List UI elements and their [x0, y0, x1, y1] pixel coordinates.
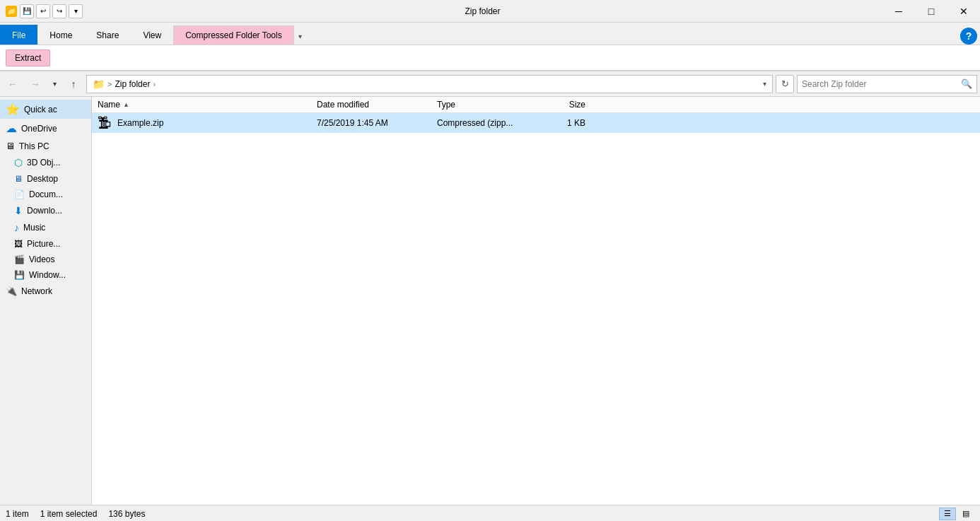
maximize-button[interactable]: □	[915, 0, 947, 23]
minimize-button[interactable]: ─	[882, 0, 915, 23]
sidebar-music-label: Music	[23, 223, 45, 233]
3d-objects-icon: ⬡	[14, 157, 23, 168]
sidebar: ⭐ Quick ac ☁ OneDrive 🖥 This PC ⬡ 3D Obj…	[0, 97, 92, 505]
file-size: 1 KB	[529, 118, 585, 128]
sidebar-item-3d-objects[interactable]: ⬡ 3D Obj...	[0, 154, 91, 171]
back-button[interactable]: ←	[3, 74, 23, 94]
qs-save-btn[interactable]: 💾	[20, 4, 34, 18]
item-count: 1 item	[6, 509, 29, 519]
file-date: 7/25/2019 1:45 AM	[317, 118, 437, 128]
downloads-icon: ⬇	[14, 205, 23, 216]
folder-icon: 📁	[6, 6, 17, 17]
file-name-cell: 🗜 Example.zip	[98, 115, 317, 131]
column-header-name[interactable]: Name ▲	[98, 100, 317, 110]
tab-file[interactable]: File	[0, 25, 37, 45]
network-icon: 🔌	[6, 286, 17, 296]
sidebar-item-documents[interactable]: 📄 Docum...	[0, 187, 91, 202]
sidebar-this-pc-label: This PC	[19, 141, 49, 151]
file-list-header: Name ▲ Date modified Type Size	[92, 97, 980, 113]
help-button[interactable]: ?	[960, 28, 977, 45]
list-view-button[interactable]: ▤	[957, 508, 974, 520]
address-separator: >	[107, 80, 112, 88]
sidebar-item-network[interactable]: 🔌 Network	[0, 283, 91, 299]
refresh-button[interactable]: ↻	[776, 75, 794, 93]
ribbon-extract-group: Extract	[6, 49, 50, 66]
sidebar-item-desktop[interactable]: 🖥 Desktop	[0, 171, 91, 187]
music-icon: ♪	[14, 222, 19, 233]
file-name: Example.zip	[117, 118, 163, 128]
sidebar-pictures-label: Picture...	[27, 239, 60, 249]
address-dropdown-icon[interactable]: ▾	[763, 80, 766, 88]
column-header-size[interactable]: Size	[529, 100, 585, 110]
column-header-type[interactable]: Type	[437, 100, 529, 110]
status-bar: 1 item 1 item selected 136 bytes ☰ ▤	[0, 505, 980, 521]
sidebar-item-videos[interactable]: 🎬 Videos	[0, 252, 91, 267]
pictures-icon: 🖼	[14, 239, 23, 249]
sidebar-onedrive-label: OneDrive	[21, 124, 57, 134]
sidebar-item-music[interactable]: ♪ Music	[0, 219, 91, 236]
forward-button[interactable]: →	[25, 74, 45, 94]
column-header-date[interactable]: Date modified	[317, 100, 437, 110]
file-type: Compressed (zipp...	[437, 118, 529, 128]
address-folder-icon: 📁	[93, 78, 105, 90]
ribbon-bar: Extract	[0, 45, 980, 71]
recent-locations-button[interactable]: ▾	[48, 74, 61, 94]
sidebar-item-quick-access[interactable]: ⭐ Quick ac	[0, 100, 91, 119]
address-bar-row: ← → ▾ ↑ 📁 > Zip folder › ▾ ↻ 🔍	[0, 71, 980, 97]
tab-share[interactable]: Share	[84, 25, 131, 45]
sidebar-downloads-label: Downlo...	[27, 206, 62, 216]
main-layout: ⭐ Quick ac ☁ OneDrive 🖥 This PC ⬡ 3D Obj…	[0, 97, 980, 505]
desktop-icon: 🖥	[14, 174, 23, 184]
qs-dropdown-btn[interactable]: ▾	[69, 4, 83, 18]
title-bar-left: 📁 💾 ↩ ↪ ▾	[6, 4, 83, 18]
sort-arrow-name: ▲	[123, 101, 129, 108]
windows-drive-icon: 💾	[14, 270, 25, 280]
content-area: Name ▲ Date modified Type Size 🗜 Example…	[92, 97, 980, 505]
sidebar-videos-label: Videos	[29, 254, 54, 264]
address-separator2: ›	[153, 80, 156, 88]
sidebar-quick-access-label: Quick ac	[24, 105, 57, 115]
sidebar-item-onedrive[interactable]: ☁ OneDrive	[0, 119, 91, 138]
sidebar-windows-label: Window...	[29, 270, 66, 280]
extract-button[interactable]: Extract	[6, 49, 50, 66]
onedrive-icon: ☁	[6, 122, 17, 135]
up-button[interactable]: ↑	[64, 74, 83, 94]
search-input[interactable]	[802, 79, 958, 89]
tab-view[interactable]: View	[131, 25, 173, 45]
search-icon: 🔍	[961, 78, 972, 89]
quick-access-icon: ⭐	[6, 103, 20, 116]
window-controls: ─ □ ✕	[882, 0, 980, 23]
selected-size: 136 bytes	[108, 509, 145, 519]
table-row[interactable]: 🗜 Example.zip 7/25/2019 1:45 AM Compress…	[92, 113, 980, 133]
sidebar-3d-objects-label: 3D Obj...	[27, 158, 60, 168]
address-box[interactable]: 📁 > Zip folder › ▾	[86, 75, 773, 93]
status-left: 1 item 1 item selected 136 bytes	[6, 509, 145, 519]
qs-undo-btn[interactable]: ↩	[36, 4, 50, 18]
sidebar-item-pictures[interactable]: 🖼 Picture...	[0, 236, 91, 252]
status-right: ☰ ▤	[939, 508, 974, 520]
detail-view-button[interactable]: ☰	[939, 508, 956, 520]
tab-home[interactable]: Home	[37, 25, 84, 45]
documents-icon: 📄	[14, 189, 25, 199]
sidebar-item-downloads[interactable]: ⬇ Downlo...	[0, 202, 91, 219]
sidebar-network-label: Network	[21, 286, 52, 296]
quick-access-toolbar: 💾 ↩ ↪ ▾	[20, 4, 83, 18]
this-pc-icon: 🖥	[6, 141, 15, 151]
tab-compressed-folder-tools[interactable]: Compressed Folder Tools	[173, 25, 294, 45]
sidebar-desktop-label: Desktop	[27, 174, 58, 184]
sidebar-item-windows[interactable]: 💾 Window...	[0, 267, 91, 283]
zip-file-icon: 🗜	[98, 115, 112, 131]
search-box[interactable]: 🔍	[797, 75, 977, 93]
address-path: Zip folder	[115, 79, 150, 89]
selected-count: 1 item selected	[40, 509, 98, 519]
ribbon-collapse-btn[interactable]: ▾	[294, 30, 306, 43]
title-bar: 📁 💾 ↩ ↪ ▾ Zip folder ─ □ ✕	[0, 0, 980, 23]
close-button[interactable]: ✕	[947, 0, 980, 23]
sidebar-item-this-pc[interactable]: 🖥 This PC	[0, 138, 91, 154]
qs-redo-btn[interactable]: ↪	[52, 4, 66, 18]
videos-icon: 🎬	[14, 254, 25, 264]
sidebar-documents-label: Docum...	[29, 189, 63, 199]
window-title: Zip folder	[83, 6, 882, 16]
ribbon: File Home Share View Compressed Folder T…	[0, 23, 980, 71]
